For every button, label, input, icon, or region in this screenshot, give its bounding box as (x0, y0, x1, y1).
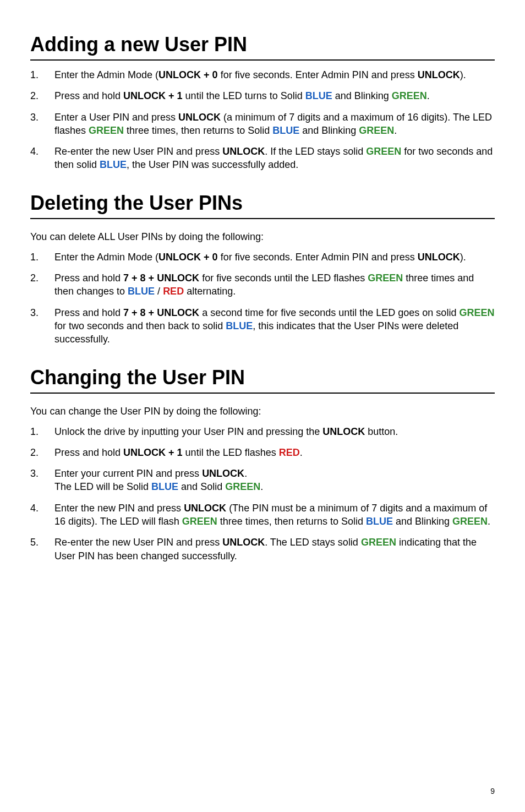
step-number: 3. (30, 111, 47, 124)
step-text: Enter the Admin Mode (UNLOCK + 0 for fiv… (54, 252, 466, 263)
step-number: 4. (30, 145, 47, 158)
step-text: Press and hold 7 + 8 + UNLOCK a second t… (54, 307, 494, 345)
steps-changing-user-pin: 1.Unlock the drive by inputting your Use… (30, 425, 495, 563)
step-number: 5. (30, 536, 47, 549)
list-item: 3.Enter your current PIN and press UNLOC… (30, 467, 495, 494)
page-number: 9 (490, 787, 495, 795)
step-text: Re-enter the new User PIN and press UNLO… (54, 146, 493, 170)
list-item: 4.Enter the new PIN and press UNLOCK (Th… (30, 502, 495, 528)
step-text: Enter a User PIN and press UNLOCK (a min… (54, 112, 492, 136)
heading-deleting-user-pins: Deleting the User PINs (30, 192, 495, 219)
step-text: Enter the Admin Mode (UNLOCK + 0 for fiv… (54, 69, 466, 80)
step-text: Press and hold UNLOCK + 1 until the LED … (54, 90, 430, 101)
lead-deleting-user-pins: You can delete ALL User PINs by doing th… (30, 231, 495, 243)
step-text: Enter the new PIN and press UNLOCK (The … (54, 503, 490, 527)
step-text: Re-enter the new User PIN and press UNLO… (54, 537, 477, 561)
step-number: 1. (30, 250, 47, 264)
list-item: 3.Press and hold 7 + 8 + UNLOCK a second… (30, 306, 495, 346)
heading-adding-user-pin: Adding a new User PIN (30, 33, 495, 61)
list-item: 5.Re-enter the new User PIN and press UN… (30, 536, 495, 563)
lead-changing-user-pin: You can change the User PIN by doing the… (30, 406, 495, 417)
steps-deleting-user-pins: 1.Enter the Admin Mode (UNLOCK + 0 for f… (30, 250, 495, 346)
list-item: 2.Press and hold UNLOCK + 1 until the LE… (30, 89, 495, 102)
step-text: Enter your current PIN and press UNLOCK.… (54, 468, 263, 492)
step-number: 3. (30, 306, 47, 319)
step-number: 2. (30, 446, 47, 459)
heading-changing-user-pin: Changing the User PIN (30, 366, 495, 394)
step-number: 1. (30, 425, 47, 438)
step-text: Press and hold 7 + 8 + UNLOCK for five s… (54, 273, 474, 297)
step-number: 1. (30, 68, 47, 81)
step-number: 3. (30, 467, 47, 480)
list-item: 1.Unlock the drive by inputting your Use… (30, 425, 495, 438)
list-item: 3.Enter a User PIN and press UNLOCK (a m… (30, 111, 495, 138)
list-item: 1.Enter the Admin Mode (UNLOCK + 0 for f… (30, 68, 495, 81)
list-item: 2.Press and hold UNLOCK + 1 until the LE… (30, 446, 495, 459)
document-page: Adding a new User PIN 1.Enter the Admin … (0, 0, 525, 812)
step-number: 4. (30, 502, 47, 515)
steps-adding-user-pin: 1.Enter the Admin Mode (UNLOCK + 0 for f… (30, 68, 495, 172)
list-item: 2.Press and hold 7 + 8 + UNLOCK for five… (30, 271, 495, 298)
list-item: 4.Re-enter the new User PIN and press UN… (30, 145, 495, 172)
step-number: 2. (30, 89, 47, 102)
list-item: 1.Enter the Admin Mode (UNLOCK + 0 for f… (30, 250, 495, 264)
step-number: 2. (30, 271, 47, 285)
step-text: Unlock the drive by inputting your User … (54, 426, 398, 437)
step-text: Press and hold UNLOCK + 1 until the LED … (54, 447, 303, 458)
